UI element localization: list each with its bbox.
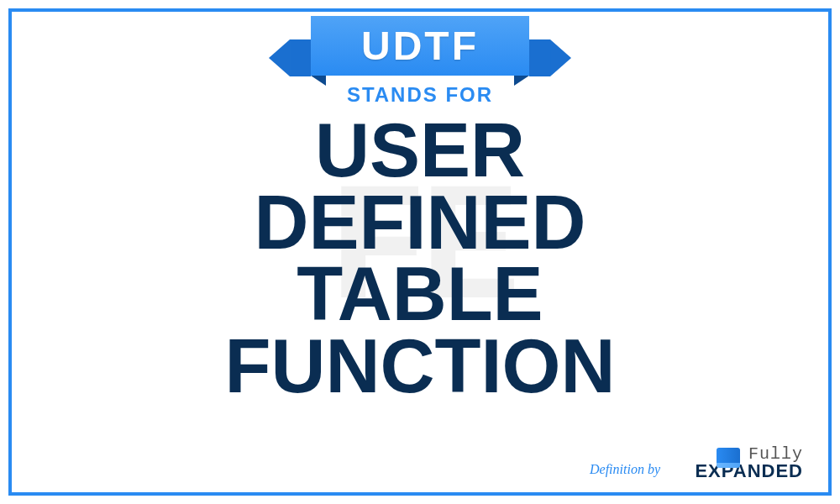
brand-book-icon [717,448,740,463]
definition-text: USER DEFINED TABLE FUNCTION [12,115,828,402]
ribbon-fold-left [311,76,326,86]
stands-for-label: STANDS FOR [12,83,828,107]
card-frame: FE UDTF STANDS FOR USER DEFINED TABLE FU… [8,8,832,496]
ribbon-tail-left [269,39,290,76]
ribbon-fold-right [514,76,529,86]
acronym-text: UDTF [361,23,479,69]
ribbon-tail-right [550,39,571,76]
ribbon-main: UDTF [311,16,529,76]
brand-logo: Fully EXPANDED [695,444,803,482]
ribbon-banner: UDTF [311,16,529,76]
brand-bottom-text: EXPANDED [695,460,803,482]
content-area: STANDS FOR USER DEFINED TABLE FUNCTION [12,83,828,402]
definition-by-label: Definition by [590,462,660,477]
